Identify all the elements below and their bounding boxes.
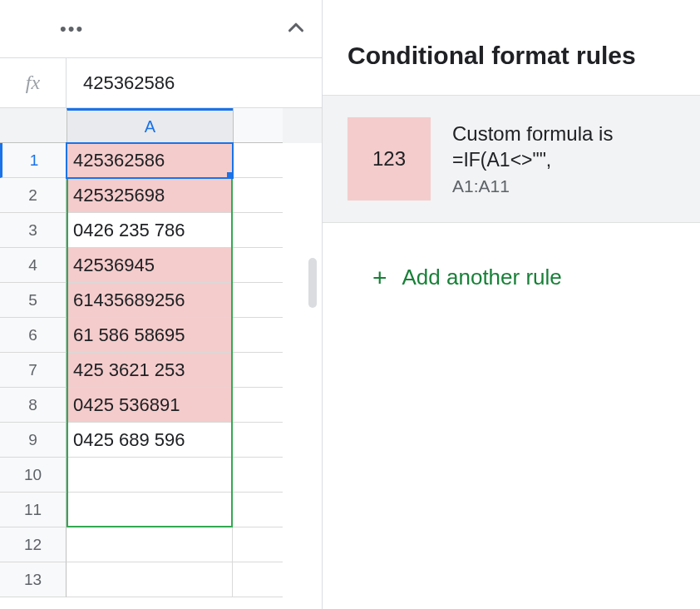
row-header[interactable]: 4 — [0, 248, 67, 283]
cell-B8[interactable] — [233, 388, 283, 423]
rule-condition-label: Custom formula is — [452, 122, 675, 146]
row: 2425325698 — [0, 178, 322, 213]
conditional-format-panel: Conditional format rules 123 Custom form… — [323, 0, 700, 609]
rule-description: Custom formula is =IF(A1<>"", A1:A11 — [452, 122, 675, 196]
cell-A11[interactable] — [67, 493, 233, 527]
row: 661 586 58695 — [0, 318, 322, 353]
row: 13 — [0, 562, 322, 597]
cell-A4[interactable]: 42536945 — [67, 248, 233, 283]
add-rule-label: Add another rule — [402, 265, 562, 290]
row-header[interactable]: 2 — [0, 178, 67, 213]
row: 1425362586 — [0, 143, 322, 178]
cell-A9[interactable]: 0425 689 596 — [67, 423, 233, 458]
row-header[interactable]: 5 — [0, 283, 67, 318]
formula-bar: fx 425362586 — [0, 58, 322, 108]
row: 7425 3621 253 — [0, 353, 322, 388]
cell-B13[interactable] — [233, 562, 283, 597]
cell-B4[interactable] — [233, 248, 283, 283]
more-icon[interactable]: ••• — [53, 12, 91, 47]
row: 442536945 — [0, 248, 322, 283]
cell-B9[interactable] — [233, 423, 283, 458]
cell-B1[interactable] — [233, 143, 283, 178]
cell-B5[interactable] — [233, 283, 283, 318]
row: 30426 235 786 — [0, 213, 322, 248]
row-header[interactable]: 10 — [0, 458, 67, 493]
cell-B3[interactable] — [233, 213, 283, 248]
row-header[interactable]: 9 — [0, 423, 67, 458]
collapse-panel-icon[interactable] — [283, 15, 308, 40]
panel-title: Conditional format rules — [323, 0, 700, 95]
cell-A1[interactable]: 425362586 — [67, 143, 233, 178]
scrollbar-thumb[interactable] — [308, 258, 317, 308]
cell-B2[interactable] — [233, 178, 283, 213]
column-header-A[interactable]: A — [67, 108, 233, 143]
row-header[interactable]: 1 — [0, 143, 67, 178]
cell-A8[interactable]: 0425 536891 — [67, 388, 233, 423]
rule-formula: =IF(A1<>"", — [452, 149, 675, 171]
cell-B10[interactable] — [233, 458, 283, 493]
row: 561435689256 — [0, 283, 322, 318]
cell-A2[interactable]: 425325698 — [67, 178, 233, 213]
row: 10 — [0, 458, 322, 493]
column-header-B[interactable] — [233, 108, 283, 143]
row-header[interactable]: 12 — [0, 527, 67, 562]
column-header-row: A — [0, 108, 322, 143]
select-all-corner[interactable] — [0, 108, 67, 143]
add-rule-button[interactable]: + Add another rule — [323, 223, 700, 332]
fill-handle[interactable] — [227, 172, 233, 178]
row: 80425 536891 — [0, 388, 322, 423]
cell-A5[interactable]: 61435689256 — [67, 283, 233, 318]
cell-B11[interactable] — [233, 493, 283, 527]
cell-A6[interactable]: 61 586 58695 — [67, 318, 233, 353]
cell-B12[interactable] — [233, 527, 283, 562]
rule-range: A1:A11 — [452, 176, 675, 196]
fx-label: fx — [0, 58, 67, 107]
format-rule-item[interactable]: 123 Custom formula is =IF(A1<>"", A1:A11 — [323, 95, 700, 223]
cell-A3[interactable]: 0426 235 786 — [67, 213, 233, 248]
spreadsheet-area: ••• fx 425362586 A 142536258624253256983… — [0, 0, 323, 609]
plus-icon: + — [372, 265, 387, 290]
row: 11 — [0, 493, 322, 527]
grid: A 1425362586242532569830426 235 78644253… — [0, 108, 322, 597]
cell-B7[interactable] — [233, 353, 283, 388]
cell-A13[interactable] — [67, 562, 233, 597]
toolbar-strip: ••• — [0, 0, 322, 58]
row: 90425 689 596 — [0, 423, 322, 458]
row-header[interactable]: 11 — [0, 493, 67, 527]
row-header[interactable]: 8 — [0, 388, 67, 423]
rule-preview-swatch: 123 — [348, 117, 431, 201]
formula-input[interactable]: 425362586 — [67, 72, 322, 94]
row-header[interactable]: 13 — [0, 562, 67, 597]
row-header[interactable]: 7 — [0, 353, 67, 388]
row: 12 — [0, 527, 322, 562]
cell-A7[interactable]: 425 3621 253 — [67, 353, 233, 388]
row-header[interactable]: 3 — [0, 213, 67, 248]
row-header[interactable]: 6 — [0, 318, 67, 353]
cell-A10[interactable] — [67, 458, 233, 493]
cell-A12[interactable] — [67, 527, 233, 562]
cell-B6[interactable] — [233, 318, 283, 353]
